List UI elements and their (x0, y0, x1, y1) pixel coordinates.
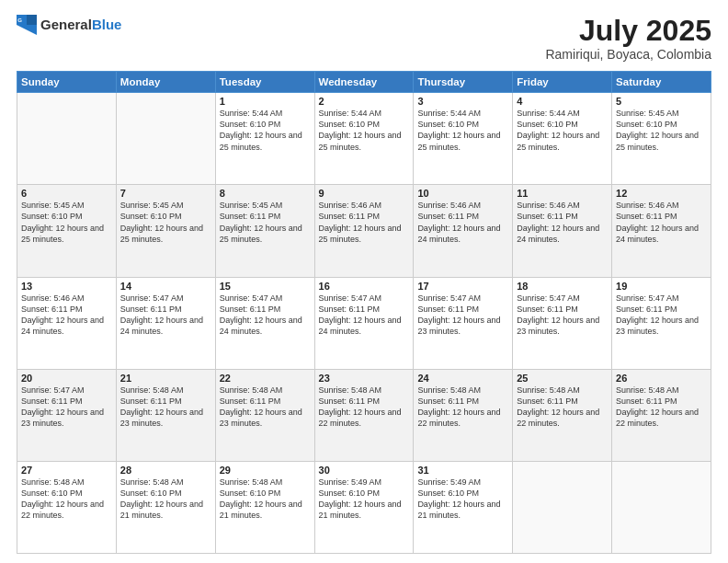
day-number: 9 (319, 188, 410, 199)
day-info: Sunrise: 5:46 AM Sunset: 6:11 PM Dayligh… (417, 200, 508, 245)
day-number: 28 (120, 465, 211, 476)
day-info: Sunrise: 5:44 AM Sunset: 6:10 PM Dayligh… (319, 108, 410, 153)
day-info: Sunrise: 5:48 AM Sunset: 6:10 PM Dayligh… (220, 477, 311, 522)
calendar-cell: 2Sunrise: 5:44 AM Sunset: 6:10 PM Daylig… (314, 93, 414, 185)
header: G GeneralBlue July 2025 Ramiriqui, Boyac… (17, 15, 711, 62)
calendar-cell: 20Sunrise: 5:47 AM Sunset: 6:11 PM Dayli… (17, 369, 117, 461)
calendar-cell: 21Sunrise: 5:48 AM Sunset: 6:11 PM Dayli… (116, 369, 215, 461)
calendar-cell: 7Sunrise: 5:45 AM Sunset: 6:10 PM Daylig… (116, 185, 215, 277)
day-info: Sunrise: 5:46 AM Sunset: 6:11 PM Dayligh… (21, 293, 112, 338)
calendar-cell: 30Sunrise: 5:49 AM Sunset: 6:10 PM Dayli… (314, 461, 414, 553)
day-info: Sunrise: 5:47 AM Sunset: 6:11 PM Dayligh… (319, 293, 410, 338)
svg-text:G: G (17, 17, 22, 23)
day-number: 30 (319, 465, 410, 476)
day-number: 6 (21, 188, 112, 199)
day-info: Sunrise: 5:48 AM Sunset: 6:11 PM Dayligh… (517, 385, 608, 430)
day-info: Sunrise: 5:47 AM Sunset: 6:11 PM Dayligh… (616, 293, 707, 338)
calendar-cell: 4Sunrise: 5:44 AM Sunset: 6:10 PM Daylig… (513, 93, 612, 185)
calendar-cell: 23Sunrise: 5:48 AM Sunset: 6:11 PM Dayli… (314, 369, 414, 461)
day-info: Sunrise: 5:47 AM Sunset: 6:11 PM Dayligh… (120, 293, 211, 338)
day-info: Sunrise: 5:45 AM Sunset: 6:10 PM Dayligh… (120, 200, 211, 245)
calendar-cell: 5Sunrise: 5:45 AM Sunset: 6:10 PM Daylig… (612, 93, 711, 185)
calendar-header-row: Sunday Monday Tuesday Wednesday Thursday… (17, 72, 711, 93)
header-wednesday: Wednesday (314, 72, 414, 93)
logo-general: General (40, 17, 92, 32)
day-info: Sunrise: 5:48 AM Sunset: 6:11 PM Dayligh… (417, 385, 508, 430)
day-number: 13 (21, 281, 112, 292)
day-number: 2 (319, 96, 410, 107)
page: G GeneralBlue July 2025 Ramiriqui, Boyac… (0, 0, 728, 563)
calendar-cell (116, 93, 215, 185)
calendar-cell: 26Sunrise: 5:48 AM Sunset: 6:11 PM Dayli… (612, 369, 711, 461)
day-number: 14 (120, 281, 211, 292)
day-info: Sunrise: 5:48 AM Sunset: 6:11 PM Dayligh… (319, 385, 410, 430)
day-number: 23 (319, 373, 410, 384)
svg-marker-2 (17, 25, 37, 35)
logo: G GeneralBlue (17, 15, 121, 35)
calendar-cell: 3Sunrise: 5:44 AM Sunset: 6:10 PM Daylig… (414, 93, 513, 185)
day-info: Sunrise: 5:44 AM Sunset: 6:10 PM Dayligh… (417, 108, 508, 153)
day-info: Sunrise: 5:45 AM Sunset: 6:10 PM Dayligh… (21, 200, 112, 245)
day-info: Sunrise: 5:48 AM Sunset: 6:11 PM Dayligh… (220, 385, 311, 430)
day-number: 1 (220, 96, 311, 107)
day-info: Sunrise: 5:46 AM Sunset: 6:11 PM Dayligh… (517, 200, 608, 245)
day-number: 29 (220, 465, 311, 476)
calendar-cell (612, 461, 711, 553)
day-number: 26 (616, 373, 707, 384)
day-number: 27 (21, 465, 112, 476)
day-info: Sunrise: 5:47 AM Sunset: 6:11 PM Dayligh… (417, 293, 508, 338)
day-info: Sunrise: 5:48 AM Sunset: 6:11 PM Dayligh… (616, 385, 707, 430)
day-number: 18 (517, 281, 608, 292)
day-info: Sunrise: 5:47 AM Sunset: 6:11 PM Dayligh… (220, 293, 311, 338)
calendar-title: July 2025 (545, 15, 711, 47)
calendar-table: Sunday Monday Tuesday Wednesday Thursday… (17, 71, 711, 554)
day-info: Sunrise: 5:47 AM Sunset: 6:11 PM Dayligh… (21, 385, 112, 430)
calendar-cell: 27Sunrise: 5:48 AM Sunset: 6:10 PM Dayli… (17, 461, 117, 553)
calendar-cell: 11Sunrise: 5:46 AM Sunset: 6:11 PM Dayli… (513, 185, 612, 277)
calendar-week-2: 6Sunrise: 5:45 AM Sunset: 6:10 PM Daylig… (17, 185, 711, 277)
day-info: Sunrise: 5:48 AM Sunset: 6:11 PM Dayligh… (120, 385, 211, 430)
day-number: 5 (616, 96, 707, 107)
calendar-week-5: 27Sunrise: 5:48 AM Sunset: 6:10 PM Dayli… (17, 461, 711, 553)
calendar-location: Ramiriqui, Boyaca, Colombia (545, 47, 711, 62)
calendar-cell: 28Sunrise: 5:48 AM Sunset: 6:10 PM Dayli… (116, 461, 215, 553)
calendar-cell: 10Sunrise: 5:46 AM Sunset: 6:11 PM Dayli… (414, 185, 513, 277)
day-number: 11 (517, 188, 608, 199)
day-number: 31 (417, 465, 508, 476)
day-info: Sunrise: 5:46 AM Sunset: 6:11 PM Dayligh… (616, 200, 707, 245)
day-info: Sunrise: 5:45 AM Sunset: 6:10 PM Dayligh… (616, 108, 707, 153)
day-info: Sunrise: 5:45 AM Sunset: 6:11 PM Dayligh… (220, 200, 311, 245)
calendar-cell: 16Sunrise: 5:47 AM Sunset: 6:11 PM Dayli… (314, 277, 414, 369)
calendar-cell: 22Sunrise: 5:48 AM Sunset: 6:11 PM Dayli… (215, 369, 314, 461)
header-thursday: Thursday (414, 72, 513, 93)
day-number: 3 (417, 96, 508, 107)
header-monday: Monday (116, 72, 215, 93)
header-saturday: Saturday (612, 72, 711, 93)
calendar-cell: 18Sunrise: 5:47 AM Sunset: 6:11 PM Dayli… (513, 277, 612, 369)
day-number: 25 (517, 373, 608, 384)
header-friday: Friday (513, 72, 612, 93)
calendar-cell: 9Sunrise: 5:46 AM Sunset: 6:11 PM Daylig… (314, 185, 414, 277)
day-number: 12 (616, 188, 707, 199)
day-info: Sunrise: 5:49 AM Sunset: 6:10 PM Dayligh… (319, 477, 410, 522)
day-info: Sunrise: 5:44 AM Sunset: 6:10 PM Dayligh… (517, 108, 608, 153)
header-tuesday: Tuesday (215, 72, 314, 93)
calendar-cell: 8Sunrise: 5:45 AM Sunset: 6:11 PM Daylig… (215, 185, 314, 277)
day-number: 24 (417, 373, 508, 384)
day-info: Sunrise: 5:47 AM Sunset: 6:11 PM Dayligh… (517, 293, 608, 338)
day-number: 20 (21, 373, 112, 384)
day-number: 21 (120, 373, 211, 384)
calendar-cell: 14Sunrise: 5:47 AM Sunset: 6:11 PM Dayli… (116, 277, 215, 369)
day-number: 19 (616, 281, 707, 292)
calendar-cell: 24Sunrise: 5:48 AM Sunset: 6:11 PM Dayli… (414, 369, 513, 461)
day-number: 16 (319, 281, 410, 292)
day-info: Sunrise: 5:48 AM Sunset: 6:10 PM Dayligh… (21, 477, 112, 522)
calendar-cell: 1Sunrise: 5:44 AM Sunset: 6:10 PM Daylig… (215, 93, 314, 185)
day-number: 7 (120, 188, 211, 199)
day-info: Sunrise: 5:46 AM Sunset: 6:11 PM Dayligh… (319, 200, 410, 245)
day-info: Sunrise: 5:49 AM Sunset: 6:10 PM Dayligh… (417, 477, 508, 522)
calendar-cell: 25Sunrise: 5:48 AM Sunset: 6:11 PM Dayli… (513, 369, 612, 461)
calendar-week-1: 1Sunrise: 5:44 AM Sunset: 6:10 PM Daylig… (17, 93, 711, 185)
day-number: 15 (220, 281, 311, 292)
svg-rect-1 (27, 15, 37, 25)
